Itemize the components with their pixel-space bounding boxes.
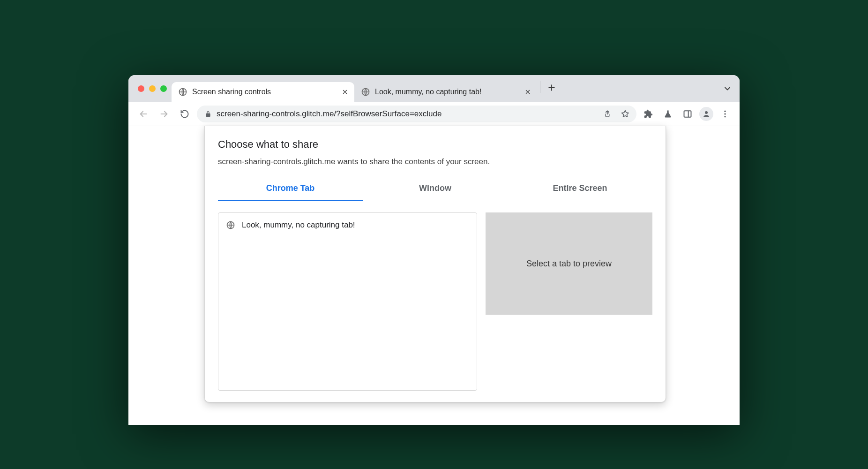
- tab-list[interactable]: Look, mummy, no capturing tab!: [218, 212, 477, 391]
- window-controls: [135, 75, 172, 102]
- browser-window: Screen sharing controls Look, mummy, no …: [128, 75, 740, 425]
- svg-rect-2: [684, 111, 691, 117]
- minimize-window-button[interactable]: [149, 85, 156, 92]
- share-dialog: Choose what to share screen-sharing-cont…: [204, 126, 666, 402]
- new-tab-button[interactable]: [543, 79, 560, 96]
- tabs-dropdown-button[interactable]: [723, 75, 732, 102]
- bookmark-icon[interactable]: [619, 109, 632, 119]
- close-tab-icon[interactable]: [523, 87, 532, 97]
- url-text: screen-sharing-controls.glitch.me/?selfB…: [217, 109, 596, 119]
- globe-icon: [361, 87, 370, 97]
- tab-window[interactable]: Window: [363, 179, 508, 201]
- tab-entire-screen[interactable]: Entire Screen: [508, 179, 652, 201]
- tab-list-item[interactable]: Look, mummy, no capturing tab!: [218, 217, 477, 234]
- address-bar[interactable]: screen-sharing-controls.glitch.me/?selfB…: [197, 106, 636, 122]
- extensions-icon[interactable]: [640, 106, 656, 122]
- share-url-icon[interactable]: [601, 110, 614, 118]
- svg-point-6: [724, 113, 726, 114]
- tab-list-item-title: Look, mummy, no capturing tab!: [242, 220, 355, 230]
- page-content: Choose what to share screen-sharing-cont…: [128, 126, 740, 425]
- toolbar: screen-sharing-controls.glitch.me/?selfB…: [128, 102, 740, 126]
- reload-button[interactable]: [176, 106, 193, 122]
- side-panel-icon[interactable]: [680, 106, 696, 122]
- globe-icon: [226, 220, 235, 230]
- profile-avatar[interactable]: [699, 107, 713, 121]
- tab-separator: [540, 81, 540, 93]
- browser-tab-inactive[interactable]: Look, mummy, no capturing tab!: [354, 82, 537, 102]
- active-tab-indicator: [218, 200, 363, 201]
- flask-icon[interactable]: [660, 106, 676, 122]
- forward-button[interactable]: [156, 106, 172, 122]
- tab-title: Screen sharing controls: [192, 88, 336, 96]
- tab-strip: Screen sharing controls Look, mummy, no …: [128, 75, 740, 102]
- back-button[interactable]: [135, 106, 152, 122]
- fullscreen-window-button[interactable]: [160, 85, 167, 92]
- svg-point-7: [724, 116, 726, 117]
- close-window-button[interactable]: [138, 85, 144, 92]
- close-tab-icon[interactable]: [340, 87, 350, 97]
- share-body: Look, mummy, no capturing tab! Select a …: [218, 212, 652, 391]
- kebab-menu-icon[interactable]: [717, 106, 733, 122]
- svg-point-4: [705, 111, 708, 114]
- globe-icon: [178, 87, 187, 97]
- browser-tab-active[interactable]: Screen sharing controls: [172, 82, 354, 102]
- lock-icon: [204, 110, 212, 118]
- tab-chrome-tab[interactable]: Chrome Tab: [218, 179, 363, 201]
- dialog-title: Choose what to share: [218, 138, 652, 151]
- preview-placeholder-text: Select a tab to preview: [526, 259, 612, 269]
- preview-panel: Select a tab to preview: [486, 212, 652, 391]
- preview-placeholder: Select a tab to preview: [486, 212, 652, 315]
- share-source-tabs: Chrome Tab Window Entire Screen: [218, 179, 652, 201]
- dialog-subtitle: screen-sharing-controls.glitch.me wants …: [218, 157, 652, 166]
- svg-point-5: [724, 110, 726, 112]
- tab-title: Look, mummy, no capturing tab!: [375, 88, 518, 96]
